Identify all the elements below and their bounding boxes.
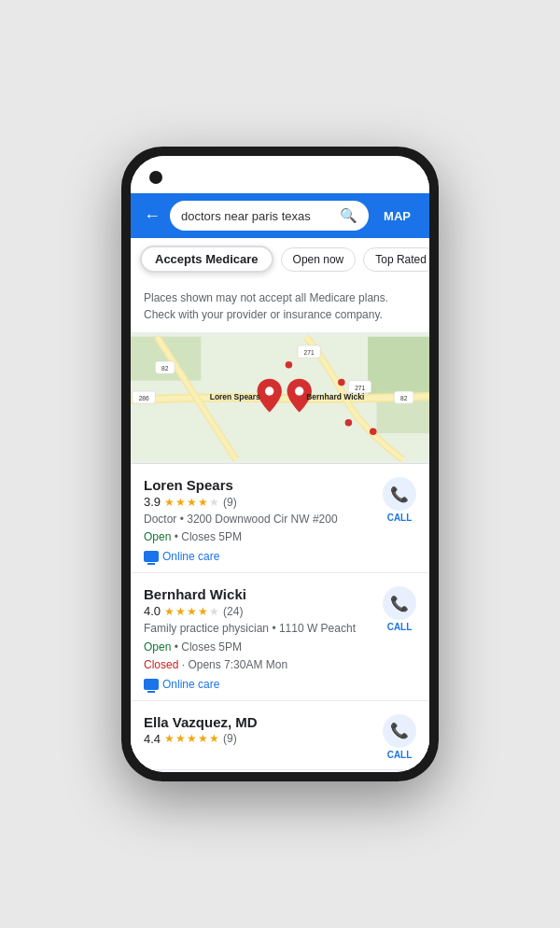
- phone-screen: ← doctors near paris texas 🔍 MAP Accepts…: [131, 156, 429, 772]
- star-e1: ★: [164, 732, 175, 745]
- rating-loren: 3.9: [144, 495, 161, 509]
- call-label-loren: CALL: [387, 513, 413, 523]
- online-care-label-loren: Online care: [162, 550, 219, 563]
- star-e5: ★: [209, 732, 219, 745]
- doctor-card-loren[interactable]: Loren Spears 3.9 ★ ★ ★ ★ ★ (9) Doct: [131, 464, 429, 573]
- svg-point-15: [338, 379, 345, 387]
- doctor-info-ella: Ella Vazquez, MD 4.4 ★ ★ ★ ★ ★ (9): [144, 714, 375, 748]
- svg-rect-2: [368, 337, 429, 399]
- svg-text:271: 271: [355, 385, 365, 391]
- star-3: ★: [187, 496, 197, 509]
- online-care-bernhard[interactable]: Online care: [144, 678, 375, 691]
- open-now-chip[interactable]: Open now: [281, 247, 357, 272]
- star-e4: ★: [198, 732, 208, 745]
- star-4: ★: [198, 496, 208, 509]
- online-care-icon-loren: [144, 551, 159, 562]
- call-button-ella[interactable]: 📞 CALL: [383, 714, 416, 760]
- phone-top-bar: [131, 156, 429, 193]
- search-query-text: doctors near paris texas: [181, 209, 334, 223]
- doctor-specialty-loren: Doctor • 3200 Downwood Cir NW #200: [144, 511, 375, 528]
- call-icon-bernhard: 📞: [383, 586, 416, 620]
- medicare-notice: Places shown may not accept all Medicare…: [131, 280, 429, 333]
- star-2: ★: [175, 496, 186, 509]
- star-b1: ★: [164, 605, 175, 618]
- svg-text:82: 82: [400, 395, 408, 401]
- star-b4: ★: [198, 605, 208, 618]
- open-status-bernhard: Open: [144, 640, 171, 654]
- content-area: Places shown may not accept all Medicare…: [131, 280, 429, 772]
- doctor-name-bernhard: Bernhard Wicki: [144, 586, 375, 602]
- camera-dot: [149, 171, 162, 184]
- call-button-bernhard[interactable]: 📞 CALL: [383, 586, 416, 632]
- stars-bernhard: ★ ★ ★ ★ ★: [164, 605, 219, 618]
- svg-text:271: 271: [304, 349, 315, 356]
- top-rated-chip[interactable]: Top Rated: [363, 247, 429, 272]
- online-care-icon-bernhard: [144, 679, 159, 690]
- star-1: ★: [164, 496, 175, 509]
- rating-row-bernhard: 4.0 ★ ★ ★ ★ ★ (24): [144, 604, 375, 618]
- svg-text:82: 82: [161, 365, 169, 372]
- medicare-filter-chip[interactable]: Accepts Medicare: [140, 246, 273, 273]
- svg-point-17: [370, 429, 377, 436]
- stars-loren: ★ ★ ★ ★ ★: [164, 496, 219, 509]
- doctor-closed-status-bernhard: Closed · Opens 7:30AM Mon: [144, 656, 375, 674]
- filter-row: Accepts Medicare Open now Top Rated Visi…: [131, 238, 429, 280]
- rating-row-ella: 4.4 ★ ★ ★ ★ ★ (9): [144, 732, 375, 746]
- star-5: ★: [209, 496, 219, 509]
- star-b2: ★: [175, 605, 186, 618]
- online-care-label-bernhard: Online care: [162, 678, 219, 691]
- star-e3: ★: [187, 732, 197, 745]
- star-b3: ★: [187, 605, 197, 618]
- svg-text:Loren Spears: Loren Spears: [210, 392, 260, 401]
- doctor-status-bernhard: Open • Closes 5PM: [144, 639, 375, 656]
- review-count-bernhard: (24): [223, 605, 243, 618]
- rating-bernhard: 4.0: [144, 604, 161, 618]
- doctor-name-loren: Loren Spears: [144, 477, 375, 493]
- call-icon-loren: 📞: [383, 477, 416, 511]
- search-bar-container: ← doctors near paris texas 🔍 MAP: [131, 193, 429, 238]
- search-icon[interactable]: 🔍: [340, 207, 357, 224]
- doctor-name-ella: Ella Vazquez, MD: [144, 714, 375, 730]
- stars-ella: ★ ★ ★ ★ ★: [164, 732, 219, 745]
- doctor-status-loren: Open • Closes 5PM: [144, 528, 375, 546]
- svg-point-18: [265, 387, 273, 395]
- doctor-specialty-bernhard: Family practice physician • 1110 W Peach…: [144, 620, 375, 638]
- back-button[interactable]: ←: [140, 203, 164, 230]
- svg-point-14: [286, 361, 293, 369]
- doctor-card-ella[interactable]: Ella Vazquez, MD 4.4 ★ ★ ★ ★ ★ (9): [131, 701, 429, 770]
- star-e2: ★: [175, 732, 186, 745]
- open-status-loren: Open: [144, 530, 171, 543]
- rating-row-loren: 3.9 ★ ★ ★ ★ ★ (9): [144, 495, 375, 509]
- call-button-loren[interactable]: 📞 CALL: [383, 477, 416, 523]
- svg-point-16: [345, 419, 353, 427]
- doctor-info-bernhard: Bernhard Wicki 4.0 ★ ★ ★ ★ ★ (24) F: [144, 586, 375, 691]
- doctor-info-loren: Loren Spears 3.9 ★ ★ ★ ★ ★ (9) Doct: [144, 477, 375, 563]
- svg-text:286: 286: [139, 395, 149, 401]
- call-icon-ella: 📞: [383, 714, 416, 748]
- star-b5: ★: [209, 605, 219, 618]
- map-view[interactable]: 82 271 271 82 286: [131, 333, 429, 464]
- svg-text:Bernhard Wicki: Bernhard Wicki: [306, 392, 364, 401]
- phone-device: ← doctors near paris texas 🔍 MAP Accepts…: [121, 147, 439, 781]
- map-button[interactable]: MAP: [374, 204, 420, 229]
- doctor-card-bernhard[interactable]: Bernhard Wicki 4.0 ★ ★ ★ ★ ★ (24) F: [131, 573, 429, 701]
- search-box[interactable]: doctors near paris texas 🔍: [170, 201, 369, 231]
- rating-ella: 4.4: [144, 732, 161, 746]
- call-label-bernhard: CALL: [387, 622, 413, 632]
- call-label-ella: CALL: [387, 750, 413, 760]
- online-care-loren[interactable]: Online care: [144, 550, 375, 563]
- svg-rect-1: [131, 337, 201, 381]
- closed-status-bernhard: Closed: [144, 658, 178, 671]
- review-count-ella: (9): [223, 732, 237, 745]
- review-count-loren: (9): [223, 496, 237, 509]
- svg-point-19: [295, 387, 303, 395]
